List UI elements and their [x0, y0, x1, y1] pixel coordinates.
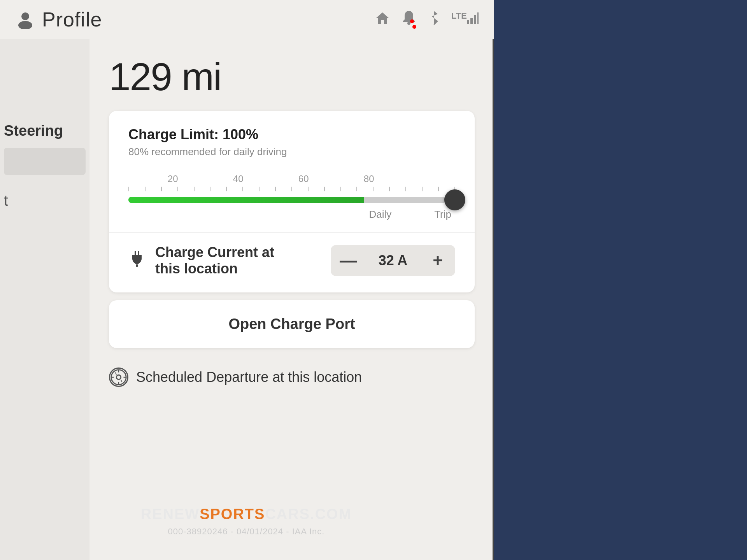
profile-icon: [16, 10, 35, 29]
home-icon: [375, 10, 390, 29]
svg-text:LTE: LTE: [451, 11, 467, 21]
main-content: 129 mi Charge Limit: 100% 80% recommende…: [89, 39, 494, 410]
increase-amperage-button[interactable]: +: [420, 245, 455, 276]
svg-point-13: [116, 375, 121, 379]
charge-slider-track[interactable]: [128, 197, 455, 203]
daily-label: Daily: [369, 208, 391, 220]
range-display: 129 mi: [109, 54, 475, 99]
watermark-renew: RENEW: [141, 506, 200, 522]
sidebar-item-box: [4, 148, 86, 175]
scheduled-departure-icon: [109, 368, 128, 387]
charge-current-row: Charge Current at this location — 32 A +: [128, 244, 455, 277]
charge-current-left: Charge Current at this location: [128, 244, 274, 277]
svg-rect-7: [474, 15, 476, 24]
open-charge-port-card: Open Charge Port: [109, 300, 475, 348]
left-sidebar: Steering t: [0, 39, 89, 560]
svg-rect-6: [470, 18, 473, 24]
plug-icon: [128, 250, 146, 271]
open-charge-port-button[interactable]: Open Charge Port: [109, 300, 475, 348]
main-screen: Profile: [0, 0, 494, 560]
decrease-amperage-button[interactable]: —: [331, 245, 366, 276]
amperage-control: — 32 A +: [331, 245, 455, 276]
charge-card: Charge Limit: 100% 80% recommended for d…: [109, 111, 475, 292]
watermark-brand: RENEWSPORTSCARS.COM: [141, 506, 352, 523]
svg-rect-5: [467, 20, 469, 24]
charge-slider-thumb[interactable]: [444, 189, 465, 210]
svg-point-0: [21, 12, 29, 20]
svg-point-2: [407, 22, 410, 25]
charge-limit-title: Charge Limit: 100%: [128, 126, 455, 143]
charge-current-line2: this location: [155, 261, 274, 277]
bluetooth-icon: [428, 9, 440, 30]
right-panel: [494, 0, 747, 560]
charge-current-text: Charge Current at this location: [155, 244, 274, 277]
trip-label: Trip: [434, 208, 451, 220]
tick-80: 80: [364, 173, 374, 184]
scheduled-departure-label: Scheduled Departure at this location: [136, 369, 362, 385]
sidebar-steering-label: Steering: [4, 122, 63, 139]
minus-icon: —: [340, 251, 357, 270]
status-bar: Profile: [0, 0, 494, 39]
plus-icon: +: [433, 251, 443, 270]
tick-60: 60: [298, 173, 309, 184]
slider-tick-labels: 20 40 60 80: [128, 173, 455, 183]
daily-trip-labels: Daily Trip: [128, 208, 455, 220]
watermark-cars: CARS.COM: [265, 506, 352, 522]
charge-current-line1: Charge Current at: [155, 244, 274, 261]
sidebar-item-t: t: [4, 192, 8, 209]
amperage-value: 32 A: [366, 252, 420, 269]
charge-limit-subtitle: 80% recommended for daily driving: [128, 146, 455, 158]
bell-icon: [402, 10, 416, 30]
watermark-sub: 000-38920246 - 04/01/2024 - IAA Inc.: [168, 527, 325, 537]
svg-rect-8: [477, 12, 479, 24]
charge-slider-fill: [128, 197, 364, 203]
profile-label: Profile: [42, 8, 102, 31]
watermark: RENEWSPORTSCARS.COM 000-38920246 - 04/01…: [130, 506, 363, 537]
lte-signal-icon: LTE: [451, 10, 479, 29]
scheduled-departure-row[interactable]: Scheduled Departure at this location: [109, 360, 475, 395]
card-divider: [109, 232, 475, 233]
tick-20: 20: [168, 173, 178, 184]
status-icons: LTE: [375, 9, 479, 30]
tick-40: 40: [233, 173, 244, 184]
slider-tick-lines: [128, 185, 455, 191]
svg-point-1: [18, 21, 32, 29]
svg-point-3: [410, 19, 414, 23]
profile-section[interactable]: Profile: [16, 8, 102, 31]
svg-rect-11: [136, 264, 138, 267]
watermark-sports: SPORTS: [200, 506, 265, 522]
